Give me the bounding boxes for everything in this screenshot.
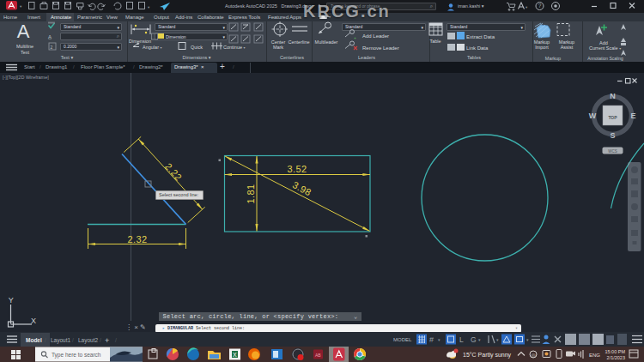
- svg-text:MODEL: MODEL: [393, 337, 412, 342]
- svg-text:2: 2: [51, 45, 53, 50]
- svg-text:/: /: [72, 337, 74, 343]
- svg-text:▾: ▾: [148, 5, 150, 9]
- svg-text:▾: ▾: [20, 4, 22, 9]
- svg-text:15°C Partly sunny: 15°C Partly sunny: [463, 352, 512, 359]
- svg-text:W: W: [589, 112, 597, 120]
- svg-text:TOP: TOP: [608, 115, 617, 120]
- svg-text:▾: ▾: [526, 5, 528, 9]
- svg-text:/: /: [100, 337, 101, 343]
- svg-text:1.81: 1.81: [246, 184, 256, 203]
- svg-text:L: L: [459, 335, 464, 344]
- svg-text:Y: Y: [9, 296, 14, 305]
- svg-text:◎: ◎: [532, 353, 536, 358]
- svg-text:Layout1: Layout1: [51, 337, 71, 344]
- svg-text:Autodesk AutoCAD 2025 Drawin: Autodesk AutoCAD 2025 Drawing3.dwg: [225, 3, 311, 9]
- svg-text:/: /: [45, 337, 46, 343]
- svg-text:#: #: [429, 335, 434, 344]
- svg-text:G: G: [471, 335, 477, 344]
- svg-text:Model: Model: [26, 337, 42, 343]
- svg-text:AB: AB: [315, 353, 321, 358]
- svg-text:2/1/2023: 2/1/2023: [607, 355, 625, 360]
- svg-text:iman.kashi ▾: iman.kashi ▾: [458, 3, 484, 9]
- svg-text:A̲: A̲: [48, 34, 52, 39]
- svg-text:2.32: 2.32: [127, 234, 147, 244]
- svg-text:WCS: WCS: [608, 149, 617, 154]
- svg-text:▾: ▾: [438, 337, 440, 342]
- svg-text:+: +: [354, 35, 356, 40]
- svg-text:ENG: ENG: [589, 353, 600, 358]
- svg-text:E: E: [630, 112, 635, 120]
- svg-text:/: /: [115, 337, 117, 343]
- svg-text:+: +: [105, 336, 109, 345]
- svg-text:X: X: [31, 317, 36, 325]
- svg-text:?: ?: [538, 3, 542, 9]
- svg-text:3.98: 3.98: [291, 179, 313, 197]
- svg-text:3.52: 3.52: [287, 164, 307, 174]
- svg-text:▾: ▾: [478, 337, 481, 342]
- svg-text:▾: ▾: [526, 337, 529, 342]
- svg-text:N: N: [610, 92, 616, 100]
- svg-text:Type here to search: Type here to search: [52, 352, 101, 359]
- svg-text:Layout2: Layout2: [78, 337, 99, 344]
- svg-text:2.22: 2.22: [163, 161, 184, 183]
- svg-text:X: X: [233, 352, 237, 358]
- svg-text:▾: ▾: [496, 337, 499, 342]
- svg-text:S: S: [610, 131, 615, 140]
- svg-text:15:00 PM: 15:00 PM: [605, 349, 625, 354]
